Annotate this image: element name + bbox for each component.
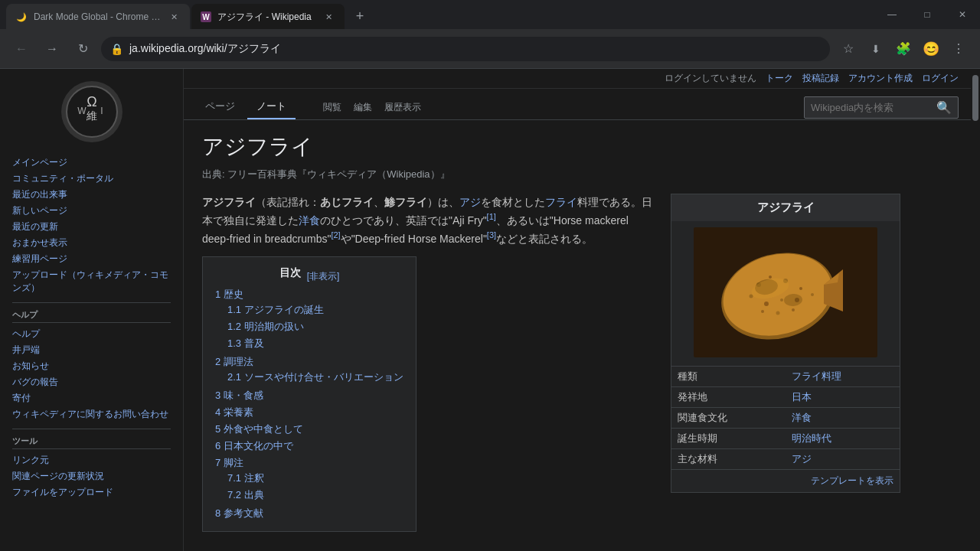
svg-point-17 bbox=[761, 310, 764, 313]
svg-point-19 bbox=[792, 308, 795, 311]
svg-point-11 bbox=[799, 287, 802, 290]
tab-note[interactable]: ノート bbox=[247, 95, 296, 119]
wiki-search-input[interactable] bbox=[811, 102, 933, 113]
maximize-button[interactable]: □ bbox=[910, 0, 945, 29]
wiki-search-button[interactable]: 🔍 bbox=[936, 100, 952, 115]
toc-link-1-2[interactable]: 1.2 明治期の扱い bbox=[227, 321, 304, 332]
sidebar-link-well[interactable]: 井戸端 bbox=[12, 342, 171, 358]
article-sup-2[interactable]: [2] bbox=[331, 230, 340, 240]
article-sup-3[interactable]: [3] bbox=[487, 230, 496, 240]
forward-button[interactable]: → bbox=[40, 37, 64, 61]
close-button[interactable]: ✕ bbox=[945, 0, 980, 29]
article-link-aji[interactable]: アジ bbox=[459, 196, 481, 208]
article-intro-p6: のひとつであり、英語では"Aji Fry" bbox=[320, 214, 487, 227]
infobox-value-culture[interactable]: 洋食 bbox=[786, 408, 900, 429]
article-link-fry[interactable]: フライ bbox=[545, 196, 577, 208]
sidebar-link-new-pages[interactable]: 新しいページ bbox=[12, 203, 171, 219]
sidebar-link-community[interactable]: コミュニティ・ポータル bbox=[12, 171, 171, 187]
article-sup-1[interactable]: [1] bbox=[487, 212, 496, 221]
extension-icon[interactable]: 🧩 bbox=[891, 37, 916, 61]
sidebar-link-upload[interactable]: アップロード（ウィキメディア・コモンズ） bbox=[12, 267, 171, 296]
toc-link-1-3[interactable]: 1.3 普及 bbox=[227, 337, 264, 349]
action-history[interactable]: 履歴表示 bbox=[378, 98, 427, 117]
action-read[interactable]: 閲覧 bbox=[317, 98, 348, 117]
contributions-link[interactable]: 投稿記録 bbox=[802, 72, 839, 85]
page-scrollbar[interactable] bbox=[971, 69, 980, 551]
talk-link[interactable]: トーク bbox=[766, 72, 793, 85]
minimize-button[interactable]: — bbox=[874, 0, 910, 29]
table-of-contents: 目次 [非表示] 1 歴史 1.1 アジフライの誕生 1.2 明治期の扱い 1.… bbox=[202, 256, 416, 532]
window-controls: — □ ✕ bbox=[874, 0, 980, 29]
new-tab-button[interactable]: + bbox=[349, 5, 371, 27]
sidebar-link-donate[interactable]: 寄付 bbox=[12, 390, 171, 406]
tab-page[interactable]: ページ bbox=[196, 95, 244, 119]
sidebar-link-notice[interactable]: お知らせ bbox=[12, 358, 171, 374]
toc-link-7-1[interactable]: 7.1 注釈 bbox=[227, 472, 264, 484]
back-button[interactable]: ← bbox=[9, 37, 34, 61]
tab1-close[interactable]: ✕ bbox=[167, 10, 181, 24]
article-bold-1: あじフライ bbox=[320, 196, 374, 208]
not-logged-in: ログインしていません bbox=[665, 72, 756, 85]
address-input-wrap[interactable]: 🔒 ja.wikipedia.org/wiki/アジフライ bbox=[101, 37, 830, 61]
main-content-area: ログインしていません トーク 投稿記録 アカウント作成 ログイン ページ ノート… bbox=[184, 69, 971, 551]
tab1-title: Dark Mode Global - Chrome ウ... bbox=[34, 11, 161, 24]
scroll-thumb[interactable] bbox=[972, 75, 978, 121]
toc-toggle[interactable]: [非表示] bbox=[307, 270, 340, 283]
sidebar-link-main[interactable]: メインページ bbox=[12, 155, 171, 171]
toc-link-2[interactable]: 2 調理法 bbox=[215, 356, 253, 367]
menu-icon[interactable]: ⋮ bbox=[946, 37, 971, 61]
toc-link-6[interactable]: 6 日本文化の中で bbox=[215, 440, 293, 452]
tab2-close[interactable]: ✕ bbox=[322, 10, 335, 24]
infobox-value-origin[interactable]: 日本 bbox=[786, 387, 900, 408]
address-text: ja.wikipedia.org/wiki/アジフライ bbox=[129, 42, 821, 56]
toc-link-1-1[interactable]: 1.1 アジフライの誕生 bbox=[227, 304, 324, 315]
create-account-link[interactable]: アカウント作成 bbox=[848, 72, 913, 85]
sidebar-link-contact[interactable]: ウィキペディアに関するお問い合わせ bbox=[12, 406, 171, 422]
login-link[interactable]: ログイン bbox=[922, 72, 959, 85]
infobox-row-period: 誕生時期 明治時代 bbox=[671, 429, 900, 449]
sidebar-link-recent-events[interactable]: 最近の出来事 bbox=[12, 187, 171, 203]
toc-link-4[interactable]: 4 栄養素 bbox=[215, 406, 253, 418]
action-edit[interactable]: 編集 bbox=[348, 98, 378, 117]
svg-point-13 bbox=[764, 302, 769, 306]
sidebar-link-practice[interactable]: 練習用ページ bbox=[12, 251, 171, 267]
toc-link-3[interactable]: 3 味・食感 bbox=[215, 390, 263, 401]
sidebar-link-random[interactable]: おまかせ表示 bbox=[12, 235, 171, 251]
sidebar-link-links[interactable]: リンク元 bbox=[12, 452, 171, 468]
article-intro-p4: を食材とした bbox=[481, 196, 545, 208]
tab1-favicon: 🌙 bbox=[15, 11, 28, 23]
svg-text:Ω: Ω bbox=[87, 94, 96, 109]
infobox-value-period[interactable]: 明治時代 bbox=[786, 429, 900, 449]
sidebar-link-help[interactable]: ヘルプ bbox=[12, 326, 171, 342]
avatar-icon[interactable]: 😊 bbox=[919, 37, 943, 61]
toc-link-1[interactable]: 1 歴史 bbox=[215, 289, 243, 300]
infobox-row-culture: 関連食文化 洋食 bbox=[671, 408, 900, 429]
bookmark-icon[interactable]: ☆ bbox=[836, 37, 861, 61]
article-link-yoshoku[interactable]: 洋食 bbox=[299, 214, 320, 227]
article-intro-p8: や"Deep-fried Horse Mackerel" bbox=[341, 233, 487, 245]
infobox-template-link[interactable]: テンプレートを表示 bbox=[671, 469, 900, 492]
svg-text:維: 維 bbox=[86, 109, 97, 122]
sidebar-link-related[interactable]: 関連ページの更新状況 bbox=[12, 468, 171, 484]
sidebar-link-file-upload[interactable]: ファイルをアップロード bbox=[12, 484, 171, 500]
toc-link-8[interactable]: 8 参考文献 bbox=[215, 507, 263, 519]
wiki-search-box[interactable]: 🔍 bbox=[804, 96, 959, 119]
toc-link-2-1[interactable]: 2.1 ソースや付け合せ・バリエーション bbox=[227, 371, 403, 383]
article-intro-p3: ）は、 bbox=[427, 196, 459, 208]
toc-link-5[interactable]: 5 外食や中食として bbox=[215, 423, 303, 435]
toc-link-7[interactable]: 7 脚注 bbox=[215, 457, 243, 468]
sidebar-link-updates[interactable]: 最近の更新 bbox=[12, 219, 171, 235]
toc-link-7-2[interactable]: 7.2 出典 bbox=[227, 489, 264, 500]
sidebar-tools-title: ツール bbox=[12, 435, 171, 449]
sidebar-link-bugs[interactable]: バグの報告 bbox=[12, 374, 171, 390]
sidebar-divider-1 bbox=[12, 302, 171, 303]
infobox-value-type[interactable]: フライ料理 bbox=[786, 367, 900, 387]
infobox-row-ingredient: 主な材料 アジ bbox=[671, 449, 900, 470]
infobox-value-ingredient[interactable]: アジ bbox=[786, 449, 900, 470]
article-bold-2: 鯵フライ bbox=[384, 196, 427, 208]
lock-icon: 🔒 bbox=[110, 43, 123, 55]
download-icon[interactable]: ⬇ bbox=[864, 37, 888, 61]
tab-wikipedia[interactable]: W アジフライ - Wikipedia ✕ bbox=[191, 4, 345, 30]
reload-button[interactable]: ↻ bbox=[70, 37, 95, 61]
tab-dark-mode[interactable]: 🌙 Dark Mode Global - Chrome ウ... ✕ bbox=[6, 4, 190, 30]
